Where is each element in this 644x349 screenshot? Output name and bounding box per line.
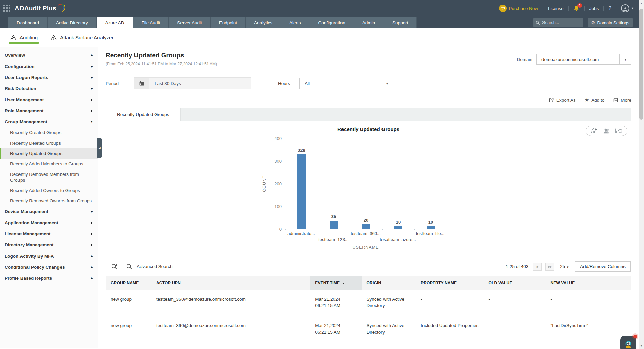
sidebar-item-directory-management[interactable]: Directory Management▶ [0, 239, 98, 250]
column-header-old-value[interactable]: OLD VALUE [483, 276, 545, 290]
hours-select[interactable]: All ▼ [299, 78, 393, 89]
sidebar-item-device-management[interactable]: Device Management▶ [0, 206, 98, 217]
sidebar-collapse-handle[interactable]: ◀ [97, 138, 102, 158]
report-tab-recently-updated-groups[interactable]: Recently Updated Groups [106, 108, 181, 121]
sidebar-item-role-management[interactable]: Role Management▶ [0, 105, 98, 116]
app-grid-icon[interactable] [3, 5, 11, 12]
chevron-right-icon: ▶ [91, 243, 93, 246]
nav-tab-alerts[interactable]: Alerts [281, 17, 310, 28]
notification-badge: 4 [577, 3, 582, 8]
tab-asa-label: Attack Surface Analyzer [60, 35, 113, 40]
cell-property-name: - [416, 290, 483, 317]
support-chat-button[interactable] [620, 336, 636, 349]
domain-settings-button[interactable]: ⚙ Domain Settings [588, 18, 633, 27]
sidebar-item-label: User Management [5, 97, 44, 102]
table-row: new grouptestteam_360@demoazure.onmicros… [106, 317, 631, 343]
bar-tesatteam-azure[interactable] [394, 226, 402, 229]
advanced-search-link[interactable]: Advanced Search [137, 264, 173, 269]
sidebar-item-recently-updated-groups[interactable]: Recently Updated Groups [0, 148, 98, 159]
cell-new-value: "LastDirSyncTime" [545, 317, 631, 343]
nav-tab-file-audit[interactable]: File Audit [133, 17, 169, 28]
sidebar-item-label: Group Management [5, 119, 47, 124]
sidebar-item-recently-added-members-to-groups[interactable]: Recently Added Members to Groups [0, 159, 98, 169]
bar-administrato[interactable] [297, 154, 306, 229]
column-header-actor-upn[interactable]: ACTOR UPN [151, 276, 310, 290]
nav-tab-active-directory[interactable]: Active Directory [48, 17, 97, 28]
column-header-origin[interactable]: ORIGIN [362, 276, 416, 290]
bar-testteam-360[interactable] [362, 224, 370, 229]
cell-group-name: new group [106, 290, 151, 317]
nav-tab-server-audit[interactable]: Server Audit [169, 17, 211, 28]
top-header: ADAudit Plus Purchase Now License [0, 0, 639, 17]
nav-tab-endpoint[interactable]: Endpoint [211, 17, 246, 28]
sidebar-item-recently-deleted-groups[interactable]: Recently Deleted Groups [0, 138, 98, 148]
sidebar-item-configuration[interactable]: Configuration▶ [0, 61, 98, 72]
chevron-down-icon: ▼ [631, 7, 634, 10]
sidebar-item-recently-removed-members-from-groups[interactable]: Recently Removed Members from Groups [0, 169, 98, 185]
refresh-chart-icon[interactable] [615, 128, 622, 134]
column-header-new-value[interactable]: NEW VALUE [545, 276, 631, 290]
sidebar: Overview▶Configuration▶User Logon Report… [0, 47, 98, 348]
scrollbar-thumb[interactable] [639, 9, 643, 120]
more-button[interactable]: More [613, 97, 631, 103]
export-as-button[interactable]: Export As [549, 97, 576, 103]
sidebar-item-risk-detection[interactable]: Risk Detection▶ [0, 83, 98, 94]
user-menu[interactable]: ▼ [621, 4, 634, 12]
cell-group-name: new group [106, 317, 151, 343]
sidebar-item-user-logon-reports[interactable]: User Logon Reports▶ [0, 72, 98, 83]
sidebar-item-overview[interactable]: Overview▶ [0, 50, 98, 61]
sidebar-item-recently-removed-owners-from-groups[interactable]: Recently Removed Owners from Groups [0, 196, 98, 206]
advanced-search-icon[interactable] [126, 263, 133, 270]
jobs-link[interactable]: Jobs [589, 6, 599, 11]
page-scrollbar: ▲ ▼ [639, 0, 644, 349]
scroll-up-arrow[interactable]: ▲ [639, 1, 644, 6]
add-to-button[interactable]: ★ Add to [585, 97, 604, 103]
nav-tab-admin[interactable]: Admin [354, 17, 384, 28]
divider [543, 6, 543, 11]
users-view-icon[interactable] [603, 128, 610, 134]
sidebar-item-logon-activity-by-mfa[interactable]: Logon Activity By MFA▶ [0, 250, 98, 262]
sidebar-item-recently-added-owners-to-groups[interactable]: Recently Added Owners to Groups [0, 185, 98, 196]
period-input[interactable]: Last 30 Days [134, 77, 251, 89]
license-link[interactable]: License [548, 6, 564, 11]
help-button[interactable]: ? [608, 5, 611, 11]
page-size-select[interactable]: 25 ▼ [560, 264, 569, 269]
divider [122, 263, 122, 270]
nav-tab-analytics[interactable]: Analytics [246, 17, 281, 28]
report-tab-label: Recently Updated Groups [117, 112, 169, 117]
bar-testteam-file[interactable] [427, 226, 435, 229]
nav-tab-azure-ad[interactable]: Azure AD [97, 17, 133, 28]
x-category-label: testteam_123... [307, 237, 360, 242]
column-search-icon[interactable] [111, 263, 118, 270]
nav-tab-dashboard[interactable]: Dashboard [8, 17, 48, 28]
column-header-property-name[interactable]: PROPERTY NAME [416, 276, 483, 290]
sidebar-item-group-management[interactable]: Group Management▼ [0, 116, 98, 127]
last-page-button[interactable]: ▶▶ [545, 263, 554, 271]
y-tick-label: 100 [274, 204, 282, 209]
tab-auditing[interactable]: Auditing [10, 28, 38, 47]
sidebar-item-label: Application Management [5, 220, 58, 225]
bar-testteam-123[interactable] [330, 221, 338, 229]
column-header-event-time[interactable]: EVENT TIME▼ [310, 276, 361, 290]
nav-tab-support[interactable]: Support [384, 17, 417, 28]
add-to-label: Add to [591, 98, 604, 103]
sidebar-item-application-management[interactable]: Application Management▶ [0, 217, 98, 228]
add-chart-icon[interactable] [591, 128, 598, 134]
domain-select[interactable]: demoazure.onmicrosoft.com ▼ [536, 54, 631, 65]
sidebar-item-profile-based-reports[interactable]: Profile Based Reports▶ [0, 273, 98, 284]
purchase-now-link[interactable]: Purchase Now [499, 5, 538, 12]
sidebar-item-license-management[interactable]: License Management▶ [0, 228, 98, 239]
global-search-input[interactable]: Search... [533, 18, 583, 27]
next-page-button[interactable]: ▶ [533, 263, 542, 271]
sidebar-item-recently-created-groups[interactable]: Recently Created Groups [0, 127, 98, 138]
notifications-button[interactable]: 4 [573, 5, 579, 11]
scroll-down-arrow[interactable]: ▼ [639, 343, 644, 348]
sidebar-item-user-management[interactable]: User Management▶ [0, 94, 98, 105]
column-header-group-name[interactable]: GROUP NAME [106, 276, 151, 290]
chevron-right-icon: ▶ [91, 232, 93, 235]
sidebar-item-conditional-policy-changes[interactable]: Conditional Policy Changes▶ [0, 262, 98, 273]
tab-attack-surface-analyzer[interactable]: Attack Surface Analyzer [50, 28, 113, 47]
add-remove-columns-button[interactable]: Add/Remove Columns [575, 261, 631, 272]
nav-tab-configuration[interactable]: Configuration [310, 17, 354, 28]
sidebar-item-label: Directory Management [5, 242, 54, 247]
